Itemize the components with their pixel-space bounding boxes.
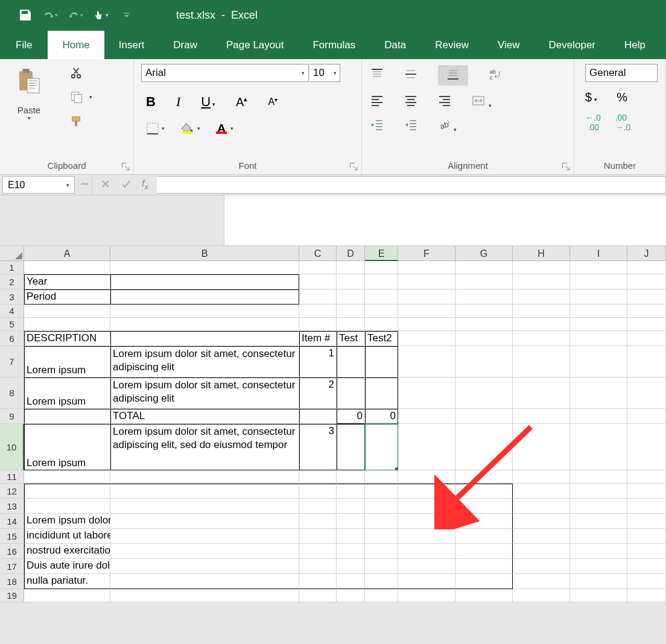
cell-J6[interactable]: [627, 331, 666, 346]
cell-J18[interactable]: [627, 574, 666, 589]
cell-G12[interactable]: [455, 484, 513, 499]
cell-B2[interactable]: [110, 274, 299, 289]
cell-C18[interactable]: [299, 574, 337, 589]
cell-B14[interactable]: [110, 514, 299, 529]
cell-I10[interactable]: [570, 424, 627, 470]
cell-B16[interactable]: [110, 544, 299, 559]
tab-developer[interactable]: Developer: [534, 31, 610, 59]
decrease-indent-button[interactable]: [370, 118, 384, 134]
row-header[interactable]: 8: [0, 377, 24, 409]
cell-G19[interactable]: [455, 589, 513, 602]
align-right-button[interactable]: [438, 94, 451, 110]
cell-G3[interactable]: [455, 289, 513, 305]
decrease-font-button[interactable]: A▾: [268, 96, 278, 107]
cell-F5[interactable]: [398, 318, 455, 331]
cell-J9[interactable]: [627, 409, 666, 424]
row-header[interactable]: 17: [0, 559, 24, 574]
cell-F2[interactable]: [398, 274, 455, 289]
cell-H12[interactable]: [513, 484, 570, 499]
cell-J11[interactable]: [627, 470, 666, 484]
column-header[interactable]: B: [110, 246, 299, 261]
cell-F13[interactable]: [398, 499, 455, 514]
fx-icon[interactable]: fx: [142, 178, 148, 191]
cell-A5[interactable]: [24, 318, 110, 331]
cell-G11[interactable]: [455, 470, 513, 484]
cell-J3[interactable]: [627, 289, 666, 305]
cell-D2[interactable]: [337, 274, 365, 289]
cell-G8[interactable]: [455, 377, 513, 409]
qat-customize-icon[interactable]: [119, 8, 134, 22]
cell-G14[interactable]: [455, 514, 513, 529]
cell-C14[interactable]: [299, 514, 337, 529]
cell-G16[interactable]: [455, 544, 513, 559]
cell-I18[interactable]: [570, 574, 627, 589]
cell-I7[interactable]: [570, 346, 627, 377]
cell-C12[interactable]: [299, 484, 337, 499]
name-box[interactable]: E10▾: [2, 176, 75, 194]
cell-A11[interactable]: [24, 470, 110, 484]
cell-F16[interactable]: [398, 544, 455, 559]
cell-A8[interactable]: Lorem ipsum: [24, 377, 110, 409]
cell-B1[interactable]: [110, 261, 299, 274]
cell-J7[interactable]: [627, 346, 666, 377]
dialog-launcher-icon[interactable]: [121, 162, 130, 171]
cell-G13[interactable]: [455, 499, 513, 514]
cell-H11[interactable]: [513, 470, 570, 484]
tab-help[interactable]: Help: [610, 31, 660, 59]
cell-A2[interactable]: Year: [24, 274, 110, 289]
cell-E7[interactable]: [365, 346, 398, 377]
cell-G15[interactable]: [455, 529, 513, 544]
cell-G10[interactable]: [455, 424, 513, 470]
column-header[interactable]: D: [337, 246, 365, 261]
cell-C15[interactable]: [299, 529, 337, 544]
row-header[interactable]: 16: [0, 544, 24, 559]
tab-view[interactable]: View: [483, 31, 534, 59]
cell-A3[interactable]: Period: [24, 289, 110, 305]
cell-H9[interactable]: [513, 409, 570, 424]
tab-insert[interactable]: Insert: [104, 31, 159, 59]
save-icon[interactable]: [18, 8, 33, 22]
formula-options-icon[interactable]: [80, 179, 89, 191]
cell-A14[interactable]: Lorem ipsum dolor sit amet, consectetur …: [24, 514, 110, 529]
row-header[interactable]: 9: [0, 409, 24, 424]
align-left-button[interactable]: [370, 94, 384, 110]
cell-D10[interactable]: [337, 424, 365, 470]
redo-icon[interactable]: ▾: [69, 8, 83, 22]
cell-G9[interactable]: [455, 409, 513, 424]
cell-C19[interactable]: [299, 589, 337, 602]
cell-H16[interactable]: [513, 544, 570, 559]
cell-B9[interactable]: TOTAL: [110, 409, 299, 424]
cell-J13[interactable]: [627, 499, 666, 514]
cell-B11[interactable]: [110, 470, 299, 484]
cell-I11[interactable]: [570, 470, 627, 484]
spreadsheet-grid[interactable]: ABCDEFGHIJ 12Year3Period456DESCRIPTIONIt…: [0, 246, 666, 602]
cell-E3[interactable]: [365, 289, 398, 305]
row-header[interactable]: 14: [0, 514, 24, 529]
cell-J10[interactable]: [627, 424, 666, 470]
borders-button[interactable]: ▾: [146, 122, 165, 135]
cell-A10[interactable]: Lorem ipsum: [24, 424, 110, 470]
cell-J17[interactable]: [627, 559, 666, 574]
wrap-text-button[interactable]: abc: [489, 68, 502, 83]
cell-C9[interactable]: [299, 409, 337, 424]
row-header[interactable]: 4: [0, 305, 24, 318]
cell-F18[interactable]: [398, 574, 455, 589]
format-painter-button[interactable]: [70, 115, 92, 128]
cell-I6[interactable]: [570, 331, 627, 346]
tab-data[interactable]: Data: [370, 31, 420, 59]
cell-F4[interactable]: [398, 305, 455, 318]
cell-D16[interactable]: [337, 544, 365, 559]
cell-A15[interactable]: incididunt ut labore et dolore magna ali…: [24, 529, 110, 544]
column-header[interactable]: E: [365, 246, 398, 261]
cell-H5[interactable]: [513, 318, 570, 331]
cell-F9[interactable]: [398, 409, 455, 424]
underline-button[interactable]: U▾: [201, 94, 215, 110]
row-header[interactable]: 12: [0, 484, 24, 499]
cell-H3[interactable]: [513, 289, 570, 305]
font-name-select[interactable]: Arial▾: [141, 64, 309, 82]
increase-decimal-button[interactable]: ←.0 .00: [585, 113, 601, 132]
cut-button[interactable]: [70, 66, 92, 80]
cell-E19[interactable]: [365, 589, 398, 602]
cell-C16[interactable]: [299, 544, 337, 559]
cell-E4[interactable]: [365, 305, 398, 318]
